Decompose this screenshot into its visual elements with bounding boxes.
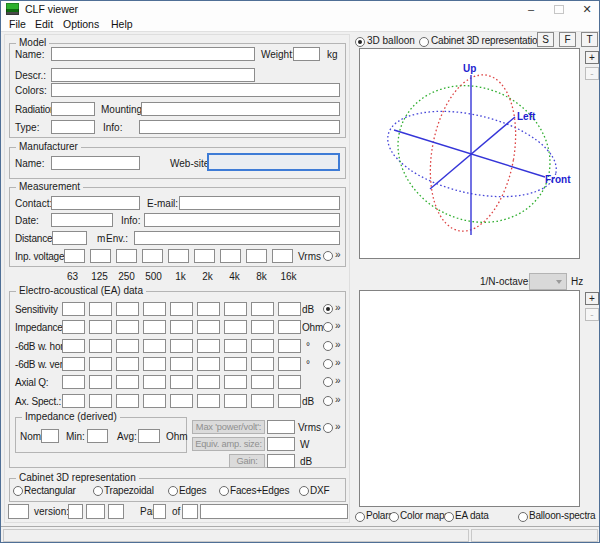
contact-field[interactable] — [51, 196, 140, 210]
more-indicator[interactable]: » — [335, 249, 341, 261]
ea-data-radio[interactable] — [444, 512, 454, 522]
model-radiation-field[interactable] — [51, 102, 95, 116]
inp-voltage-radio[interactable] — [323, 251, 333, 261]
cabinet-option-label[interactable]: Faces+Edges — [230, 485, 289, 496]
equiv-amp-field[interactable] — [267, 437, 295, 451]
value-field[interactable] — [278, 320, 301, 334]
value-field[interactable] — [272, 249, 293, 263]
value-field[interactable] — [64, 249, 85, 263]
value-field[interactable] — [197, 339, 220, 353]
model-descr-field[interactable] — [51, 68, 255, 82]
file-path-field[interactable] — [200, 504, 348, 519]
view-3d-balloon-radio[interactable] — [355, 37, 365, 47]
more-indicator[interactable]: » — [335, 357, 341, 369]
value-field[interactable] — [251, 375, 274, 389]
value-field[interactable] — [89, 357, 112, 371]
distance-field[interactable] — [52, 231, 87, 245]
gain-field[interactable] — [267, 454, 295, 468]
more-indicator[interactable]: » — [335, 394, 341, 406]
value-field[interactable] — [224, 302, 247, 316]
value-field[interactable] — [116, 320, 139, 334]
value-field[interactable] — [251, 302, 274, 316]
value-field[interactable] — [224, 394, 247, 408]
value-field[interactable] — [278, 375, 301, 389]
value-field[interactable] — [143, 375, 166, 389]
s-button[interactable]: S — [537, 32, 554, 47]
value-field[interactable] — [62, 302, 85, 316]
value-field[interactable] — [278, 394, 301, 408]
value-field[interactable] — [224, 357, 247, 371]
balloon-spectra-label[interactable]: Balloon-spectra — [529, 510, 595, 521]
spectrum-zoom-out-button[interactable]: - — [585, 308, 599, 321]
cabinet-trapezoidal-radio[interactable] — [93, 486, 103, 496]
menu-edit[interactable]: Edit — [35, 18, 53, 30]
manufacturer-name-field[interactable] — [51, 156, 140, 170]
more-indicator[interactable]: » — [335, 375, 341, 387]
cabinet-option-label[interactable]: DXF — [310, 485, 329, 496]
equiv-amp-button[interactable]: Equiv. amp. size: — [192, 437, 265, 451]
ax-spect-radio[interactable] — [323, 396, 333, 406]
nom-field[interactable] — [41, 429, 59, 443]
value-field[interactable] — [143, 339, 166, 353]
value-field[interactable] — [90, 249, 111, 263]
value-field[interactable] — [197, 357, 220, 371]
t-button[interactable]: T — [581, 32, 598, 47]
model-mounting-field[interactable] — [141, 102, 340, 116]
value-field[interactable] — [89, 339, 112, 353]
value-field[interactable] — [89, 320, 112, 334]
value-field[interactable] — [89, 302, 112, 316]
version-field-1[interactable] — [68, 504, 83, 519]
format-field[interactable] — [8, 504, 29, 519]
value-field[interactable] — [170, 302, 193, 316]
max-power-radio[interactable] — [323, 423, 333, 433]
value-field[interactable] — [168, 249, 189, 263]
axial-q-radio[interactable] — [323, 377, 333, 387]
value-field[interactable] — [278, 302, 301, 316]
cabinet-faces-edges-radio[interactable] — [219, 486, 229, 496]
color-maps-label[interactable]: Color maps — [400, 510, 449, 521]
menu-file[interactable]: File — [9, 18, 26, 30]
cabinet-rectangular-radio[interactable] — [13, 486, 23, 496]
view-3d-balloon-label[interactable]: 3D balloon — [367, 35, 415, 46]
model-weight-field[interactable] — [293, 47, 320, 61]
value-field[interactable] — [251, 339, 274, 353]
value-field[interactable] — [278, 357, 301, 371]
cabinet-dxf-radio[interactable] — [299, 486, 309, 496]
value-field[interactable] — [143, 357, 166, 371]
max-power-button[interactable]: Max 'power/volt': — [192, 420, 265, 434]
more-indicator[interactable]: » — [335, 302, 341, 314]
value-field[interactable] — [220, 249, 241, 263]
version-field-2[interactable] — [86, 504, 105, 519]
balloon-spectra-radio[interactable] — [518, 512, 528, 522]
value-field[interactable] — [170, 357, 193, 371]
color-maps-radio[interactable] — [389, 512, 399, 522]
impedance-radio[interactable] — [323, 322, 333, 332]
spectrum-zoom-in-button[interactable]: + — [585, 292, 599, 305]
value-field[interactable] — [116, 249, 137, 263]
value-field[interactable] — [170, 394, 193, 408]
value-field[interactable] — [170, 375, 193, 389]
value-field[interactable] — [143, 394, 166, 408]
value-field[interactable] — [197, 375, 220, 389]
view-cabinet-label[interactable]: Cabinet 3D representation — [431, 35, 543, 46]
value-field[interactable] — [116, 339, 139, 353]
more-indicator[interactable]: » — [335, 339, 341, 351]
value-field[interactable] — [143, 320, 166, 334]
model-info-field[interactable] — [139, 120, 340, 134]
value-field[interactable] — [142, 249, 163, 263]
sensitivity-radio[interactable] — [323, 304, 333, 314]
avg-field[interactable] — [138, 429, 160, 443]
part-total-field[interactable] — [182, 504, 198, 519]
hor-width-radio[interactable] — [323, 341, 333, 351]
ver-width-radio[interactable] — [323, 359, 333, 369]
value-field[interactable] — [224, 320, 247, 334]
balloon-plot[interactable]: Up Left Front — [359, 48, 580, 259]
value-field[interactable] — [170, 339, 193, 353]
cabinet-option-label[interactable]: Trapezoidal — [104, 485, 154, 496]
value-field[interactable] — [62, 357, 85, 371]
close-button[interactable]: ✕ — [573, 1, 600, 18]
value-field[interactable] — [251, 320, 274, 334]
view-cabinet-radio[interactable] — [419, 37, 429, 47]
model-colors-field[interactable] — [51, 83, 340, 97]
value-field[interactable] — [246, 249, 267, 263]
